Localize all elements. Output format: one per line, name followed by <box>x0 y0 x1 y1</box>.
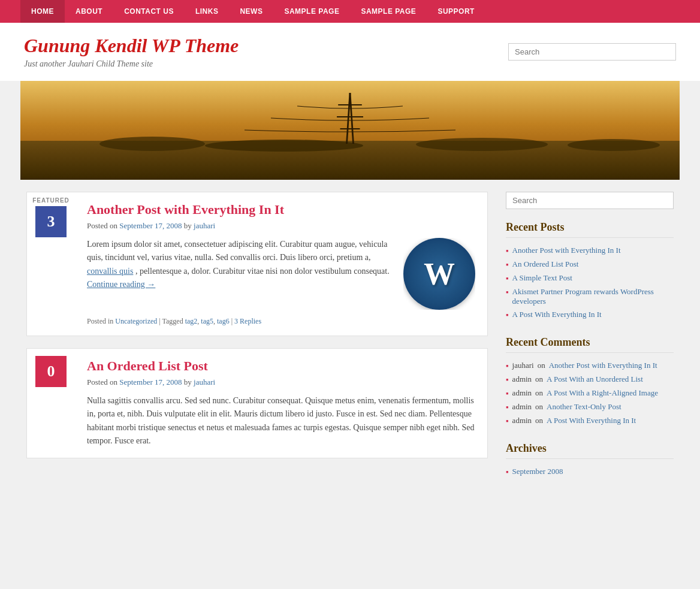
list-item: Akismet Partner Program rewards WordPres… <box>506 285 674 308</box>
nav-item-sample1[interactable]: SAMPLE PAGE <box>273 0 350 23</box>
svg-point-5 <box>568 139 660 151</box>
post-image-1 <box>403 238 475 310</box>
comment-author-1: admin <box>512 374 532 384</box>
recent-comments-list: jauhari on Another Post with Everything … <box>506 359 674 428</box>
comment-link-0[interactable]: Another Post with Everything In It <box>549 361 657 370</box>
comment-link-3[interactable]: Another Text-Only Post <box>547 402 621 412</box>
hero-svg <box>20 81 680 180</box>
recent-post-link-0[interactable]: Another Post with Everything In It <box>512 246 621 255</box>
sidebar-search-input[interactable] <box>506 192 674 209</box>
post-date-2[interactable]: September 17, 2008 <box>119 377 182 386</box>
sidebar: Recent Posts Another Post with Everythin… <box>506 192 674 493</box>
sidebar-recent-comments: Recent Comments jauhari on Another Post … <box>506 336 674 428</box>
post-text-1: Lorem ipsum dolor sit amet, consectetuer… <box>87 238 394 310</box>
post-tag-1-2[interactable]: tag6 <box>217 317 230 325</box>
archives-title: Archives <box>506 442 674 459</box>
post-inline-link-1[interactable]: convallis quis <box>87 267 133 276</box>
list-item: September 2008 <box>506 465 674 479</box>
list-item: A Post With Everything In It <box>506 308 674 322</box>
post-title-link-2[interactable]: An Ordered List Post <box>87 358 208 373</box>
archives-list: September 2008 <box>506 465 674 479</box>
post-title-2: An Ordered List Post <box>87 358 475 374</box>
post-author-2[interactable]: jauhari <box>194 377 215 386</box>
nav-item-support[interactable]: SUPPORT <box>427 0 485 23</box>
post-body-text-1: Lorem ipsum dolor sit amet, consectetuer… <box>87 238 394 292</box>
list-item: A Simple Text Post <box>506 271 674 285</box>
comment-author-2: admin <box>512 388 532 398</box>
post-title-link-1[interactable]: Another Post with Everything In It <box>87 202 284 217</box>
post-meta-2: Posted on September 17, 2008 by jauhari <box>87 377 475 387</box>
sidebar-search-area <box>506 192 674 209</box>
navigation: HOME ABOUT CONTACT US LINKS NEWS SAMPLE … <box>0 0 700 23</box>
header-search-area <box>508 43 676 61</box>
recent-post-link-3[interactable]: Akismet Partner Program rewards WordPres… <box>512 287 674 306</box>
badge-number-2: 0 <box>35 356 67 387</box>
post-badge-1: FEATURED 3 <box>27 192 75 336</box>
recent-post-link-1[interactable]: An Ordered List Post <box>512 259 579 269</box>
badge-label-1: FEATURED <box>32 197 70 204</box>
list-item: admin on Another Text-Only Post <box>506 400 674 414</box>
hero-image <box>20 81 680 180</box>
site-tagline: Just another Jauhari Child Theme site <box>24 59 239 69</box>
post-author-1[interactable]: jauhari <box>194 221 215 230</box>
post-tag-1-1[interactable]: tag5 <box>201 317 213 325</box>
list-item: admin on A Post With an Unordered List <box>506 373 674 386</box>
nav-item-news[interactable]: NEWS <box>229 0 273 23</box>
post-title-1: Another Post with Everything In It <box>87 202 475 218</box>
recent-posts-list: Another Post with Everything In It An Or… <box>506 244 674 322</box>
list-item: An Ordered List Post <box>506 258 674 271</box>
list-item: jauhari on Another Post with Everything … <box>506 359 674 373</box>
nav-item-home[interactable]: HOME <box>20 0 65 23</box>
post-badge-2: 0 <box>27 349 75 458</box>
site-title: Gunung Kendil WP Theme <box>24 35 239 57</box>
comment-author-3: admin <box>512 402 532 412</box>
post-item-2: 0 An Ordered List Post Posted on Septemb… <box>26 348 488 458</box>
comment-link-1[interactable]: A Post With an Unordered List <box>547 374 643 384</box>
svg-point-3 <box>205 140 363 152</box>
post-body-area-1: Lorem ipsum dolor sit amet, consectetuer… <box>87 238 475 310</box>
sidebar-archives: Archives September 2008 <box>506 442 674 479</box>
post-item-1: FEATURED 3 Another Post with Everything … <box>26 192 488 336</box>
wordpress-logo <box>403 238 475 310</box>
list-item: Another Post with Everything In It <box>506 244 674 258</box>
post-footer-1: Posted in Uncategorized | Tagged tag2, t… <box>87 317 475 326</box>
svg-point-4 <box>416 138 548 151</box>
recent-post-link-4[interactable]: A Post With Everything In It <box>512 310 602 319</box>
header-search-input[interactable] <box>508 43 676 61</box>
post-content-1: Another Post with Everything In It Poste… <box>75 192 487 336</box>
comment-link-4[interactable]: A Post With Everything In It <box>547 416 636 425</box>
list-item: admin on A Post With Everything In It <box>506 414 674 428</box>
comment-link-2[interactable]: A Post With a Right-Aligned Image <box>547 388 658 398</box>
content-column: FEATURED 3 Another Post with Everything … <box>26 192 488 493</box>
post-replies-1[interactable]: 3 Replies <box>234 317 261 325</box>
nav-item-sample2[interactable]: SAMPLE PAGE <box>350 0 427 23</box>
nav-item-links[interactable]: LINKS <box>185 0 230 23</box>
badge-number-1: 3 <box>35 206 67 237</box>
post-category-1[interactable]: Uncategorized <box>115 317 157 325</box>
archive-link-0[interactable]: September 2008 <box>512 467 563 476</box>
sidebar-recent-posts: Recent Posts Another Post with Everythin… <box>506 221 674 322</box>
comment-author-0: jauhari <box>512 361 534 370</box>
recent-post-link-2[interactable]: A Simple Text Post <box>512 273 572 283</box>
recent-posts-title: Recent Posts <box>506 221 674 238</box>
nav-item-contact[interactable]: CONTACT US <box>113 0 185 23</box>
main-content-area: FEATURED 3 Another Post with Everything … <box>20 192 680 493</box>
post-tag-1-0[interactable]: tag2 <box>185 317 198 325</box>
post-continue-link-1[interactable]: Continue reading → <box>87 280 155 289</box>
post-meta-1: Posted on September 17, 2008 by jauhari <box>87 221 475 231</box>
list-item: admin on A Post With a Right-Aligned Ima… <box>506 386 674 400</box>
post-content-2: An Ordered List Post Posted on September… <box>75 349 487 458</box>
nav-item-about[interactable]: ABOUT <box>65 0 113 23</box>
site-header: Gunung Kendil WP Theme Just another Jauh… <box>0 23 700 81</box>
svg-point-2 <box>99 137 205 151</box>
recent-comments-title: Recent Comments <box>506 336 674 353</box>
post-body-text-2: Nulla sagittis convallis arcu. Sed sed n… <box>87 394 475 448</box>
post-date-1[interactable]: September 17, 2008 <box>119 221 182 230</box>
site-branding: Gunung Kendil WP Theme Just another Jauh… <box>24 35 239 69</box>
comment-author-4: admin <box>512 416 532 425</box>
